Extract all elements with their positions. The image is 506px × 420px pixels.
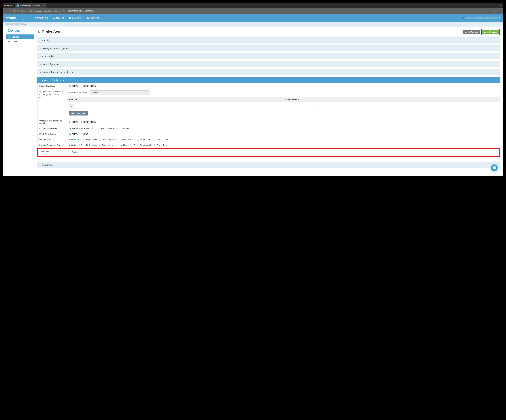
url-input[interactable]: 🔒 Secure | https://my.catalogkiosk.com/#… bbox=[18, 10, 491, 12]
radio-sort2-price-high[interactable]: Price: High to Low bbox=[78, 144, 97, 146]
panel-store-comm[interactable]: ▸ Store-to-Shopper Communication bbox=[37, 69, 500, 75]
maximize-window-icon[interactable] bbox=[10, 5, 12, 7]
caret-right-icon: ▸ bbox=[40, 40, 40, 41]
input-website-name[interactable] bbox=[316, 104, 498, 109]
radio-external-dontshow[interactable]: DON'T SHOW bbox=[80, 85, 96, 87]
label-inventory: Inventory availability bbox=[38, 126, 67, 131]
save-highlight: Save Changes bbox=[481, 29, 500, 35]
caret-right-icon: ▸ bbox=[40, 164, 40, 166]
language-value: English bbox=[72, 151, 78, 153]
titlebar-menu-icon[interactable]: ≡ bbox=[499, 4, 502, 7]
add-website-button[interactable]: Add this website bbox=[69, 111, 88, 115]
user-icon: 👤 bbox=[461, 17, 464, 19]
language-select[interactable]: English ▾ bbox=[70, 150, 93, 154]
user-menu[interactable]: 👤 user-account@wondersign.com ▾ bbox=[461, 17, 500, 19]
radio-sort-brand-az[interactable]: Brand: A to Z bbox=[137, 139, 152, 141]
home-icon: ⌂ bbox=[35, 17, 36, 19]
browser-titlebar: CK Wondersign Catalog Kiosk × ≡ bbox=[3, 3, 503, 8]
nav-back-icon[interactable]: ← bbox=[5, 10, 7, 12]
chat-icon bbox=[493, 166, 496, 170]
radio-sort2-name-az[interactable]: Name: A to Z bbox=[120, 144, 135, 146]
radio-external-show[interactable]: SHOW bbox=[69, 85, 78, 87]
radio-icon bbox=[154, 144, 156, 146]
breadcrumb: Devices / Tablet Group ▸ bbox=[3, 22, 503, 27]
radio-icon bbox=[120, 144, 122, 146]
th-web-url: Web URL bbox=[69, 99, 282, 101]
radio-sort-price-low[interactable]: Price: Low to High bbox=[99, 139, 118, 141]
radio-direct-show[interactable]: SHOW bbox=[69, 121, 78, 123]
label-product-sorting: Product Sorting bbox=[38, 137, 67, 142]
panel-advanced[interactable]: ▾ Advanced Configuration bbox=[37, 77, 500, 83]
nav-devices[interactable]: 🖵 Devices bbox=[53, 17, 64, 19]
minimize-window-icon[interactable] bbox=[7, 5, 9, 7]
panel-branding[interactable]: ▸ Branding bbox=[37, 37, 500, 44]
radio-icon bbox=[120, 139, 122, 141]
label-secondary-sorting: Product Secondary Sorting bbox=[38, 142, 67, 148]
panel-price[interactable]: ▸ Price Display bbox=[37, 53, 500, 60]
nav-content[interactable]: ▮▮▮ Content bbox=[69, 17, 81, 19]
caret-right-icon: ▸ bbox=[40, 48, 40, 49]
radio-icon bbox=[69, 133, 71, 135]
undo-changes-button[interactable]: Undo Changes bbox=[463, 30, 480, 34]
panel-disclaimers[interactable]: ▸ Disclaimers bbox=[37, 162, 500, 168]
caret-down-icon: ▾ bbox=[40, 80, 40, 81]
tab-favicon-icon: CK bbox=[17, 4, 19, 7]
th-website-name: Website Name bbox=[282, 99, 498, 101]
panel-cart[interactable]: ▸ Cart Configuration bbox=[37, 61, 500, 67]
radio-inventory-show[interactable]: SHOW STOCK AMOUNT bbox=[69, 127, 95, 130]
input-web-url[interactable] bbox=[74, 104, 315, 109]
chat-support-button[interactable] bbox=[491, 164, 498, 171]
sidebar-item-settings[interactable]: ✿ Settings bbox=[6, 34, 34, 39]
radio-sort2-price-low[interactable]: Price: Low to High bbox=[99, 144, 118, 146]
sidebar-back-link[interactable]: ‹ Devices bbox=[6, 29, 34, 33]
radio-sort2-brand-az[interactable]: Brand: A to Z bbox=[137, 144, 152, 146]
bookmark-star-icon[interactable]: ☆ bbox=[493, 10, 495, 12]
radio-icon bbox=[97, 128, 99, 130]
window-controls bbox=[4, 5, 12, 7]
radio-sku-hide[interactable]: HIDE bbox=[80, 133, 88, 135]
panel-catalog[interactable]: ▸ Catalog and Pod Assignment bbox=[37, 45, 500, 52]
browser-tab[interactable]: CK Wondersign Catalog Kiosk × bbox=[15, 3, 47, 8]
label-language: Language bbox=[38, 149, 68, 156]
radio-sort-name-az[interactable]: Name: A to Z bbox=[120, 139, 135, 141]
trash-icon: 🗑 bbox=[8, 40, 10, 43]
page-title: ✎ Tablet Setup bbox=[37, 30, 64, 34]
input-website-menu-label[interactable] bbox=[90, 90, 150, 95]
tab-close-icon[interactable]: × bbox=[44, 4, 45, 7]
sidebar-item-delete[interactable]: 🗑 Delete bbox=[6, 39, 34, 44]
radio-icon bbox=[99, 139, 101, 141]
browser-addressbar: ← → ⟳ 🔒 Secure | https://my.catalogkiosk… bbox=[3, 8, 503, 14]
reload-icon[interactable]: ⟳ bbox=[14, 10, 15, 12]
sort2-prefix: Sort By: bbox=[69, 144, 76, 146]
caret-right-icon: ▸ bbox=[40, 64, 40, 65]
radio-sku-show[interactable]: SHOW bbox=[69, 133, 78, 135]
pencil-icon: ✎ bbox=[37, 30, 40, 34]
gear-icon: ✿ bbox=[8, 36, 10, 38]
close-window-icon[interactable] bbox=[4, 5, 6, 7]
radio-icon bbox=[69, 85, 71, 87]
sort-prefix: Sort By: bbox=[69, 139, 76, 141]
label-drag-drop-hint: Drag and drop website links to change th… bbox=[38, 89, 67, 118]
radio-sort-price-high[interactable]: Price: High to Low bbox=[78, 139, 97, 141]
language-highlight: Language English ▾ bbox=[37, 148, 500, 157]
radio-group-external-websites: SHOW DON'T SHOW bbox=[67, 83, 500, 89]
browser-menu-icon[interactable]: ⋮ bbox=[499, 10, 501, 13]
caret-down-icon: ▾ bbox=[90, 152, 91, 153]
caret-down-icon: ▾ bbox=[499, 17, 500, 19]
radio-icon bbox=[154, 139, 156, 141]
brand-logo[interactable]: wondersign bbox=[6, 16, 26, 20]
app-header: wondersign ⌂ Dashboard 🖵 Devices ▮▮▮ Con… bbox=[3, 14, 503, 22]
websites-table-header: Web URL Website Name bbox=[67, 97, 500, 102]
save-changes-button[interactable]: Save Changes bbox=[482, 30, 499, 34]
nav-dashboard[interactable]: ⌂ Dashboard bbox=[35, 17, 48, 19]
nav-analytics[interactable]: 📈 Analytics bbox=[87, 17, 99, 19]
radio-direct-dontshow[interactable]: DON'T SHOW bbox=[80, 121, 96, 123]
row-index: 1 bbox=[69, 104, 74, 109]
label-external-websites: External Websites bbox=[38, 83, 67, 89]
radio-sort-brand-za[interactable]: Brand: Z to A bbox=[154, 139, 168, 141]
radio-inventory-dontshow[interactable]: DON'T SHOW STOCK AMOUNT bbox=[97, 127, 129, 130]
radio-icon bbox=[69, 121, 71, 123]
breadcrumb-path[interactable]: Devices / Tablet Group bbox=[6, 23, 25, 25]
radio-icon bbox=[80, 133, 83, 135]
radio-sort2-brand-za[interactable]: Brand: Z to A bbox=[154, 144, 168, 146]
